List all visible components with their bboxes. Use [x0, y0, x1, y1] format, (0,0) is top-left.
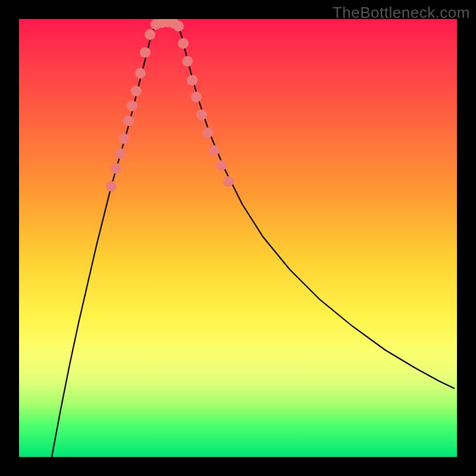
- scatter-dot: [131, 86, 142, 96]
- scatter-dot: [145, 29, 155, 40]
- scatter-dot: [106, 181, 117, 192]
- scatter-dot: [115, 148, 126, 159]
- scatter-dot: [111, 163, 121, 174]
- scatter-dot: [178, 38, 189, 49]
- scatter-dot: [223, 176, 234, 187]
- scatter-dot: [202, 127, 213, 138]
- scatter-dots: [106, 19, 234, 192]
- chart-svg: [19, 19, 457, 457]
- scatter-dot: [127, 101, 137, 111]
- scatter-dot: [209, 145, 220, 156]
- scatter-dot: [118, 133, 129, 144]
- scatter-dot: [140, 47, 151, 58]
- scatter-dot: [173, 21, 184, 32]
- scatter-dot: [182, 56, 193, 67]
- chart-frame: [19, 19, 457, 457]
- scatter-dot: [216, 160, 227, 171]
- scatter-dot: [123, 115, 134, 126]
- scatter-dot: [196, 109, 207, 120]
- watermark: TheBottleneck.com: [333, 4, 470, 22]
- scatter-dot: [135, 68, 146, 79]
- scatter-dot: [187, 75, 198, 86]
- curve-right: [178, 25, 455, 389]
- scatter-dot: [191, 92, 202, 102]
